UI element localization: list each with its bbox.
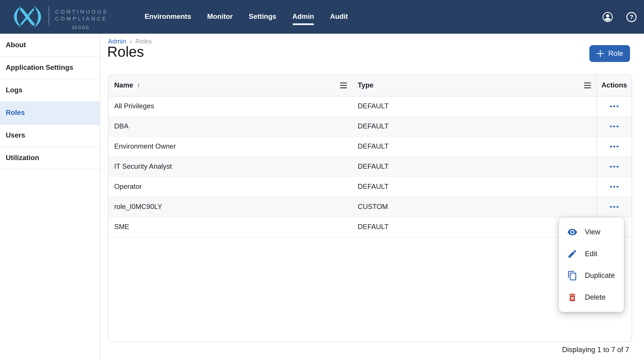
pencil-icon — [567, 249, 578, 259]
row-actions-button[interactable] — [607, 103, 621, 110]
column-header-actions: Actions — [596, 75, 632, 96]
column-header-type-label: Type — [358, 81, 374, 89]
menu-item-delete[interactable]: Delete — [559, 287, 624, 308]
add-role-button[interactable]: Role — [590, 45, 630, 62]
table-row[interactable]: IT Security Analyst DEFAULT — [108, 157, 632, 177]
top-nav-bar: CONTINUOUS COMPLIANCE 24.0.0.0 Environme… — [0, 0, 644, 34]
sidebar-item-utilization[interactable]: Utilization — [0, 147, 100, 169]
role-name-cell: All Privileges — [108, 96, 352, 116]
product-version: 24.0.0.0 — [57, 25, 104, 30]
nav-item-admin[interactable]: Admin — [292, 13, 314, 21]
primary-nav: Environments Monitor Settings Admin Audi… — [144, 0, 348, 34]
menu-item-duplicate-label: Duplicate — [585, 271, 615, 280]
sidebar-item-logs[interactable]: Logs — [0, 79, 100, 102]
role-name-cell: IT Security Analyst — [108, 157, 352, 177]
copy-icon — [567, 271, 578, 281]
role-type-cell: DEFAULT — [352, 96, 596, 116]
role-type-cell: DEFAULT — [352, 177, 596, 197]
column-header-name[interactable]: Name ↑ — [108, 75, 352, 96]
row-actions-button[interactable] — [607, 143, 621, 150]
menu-item-view-label: View — [585, 228, 600, 236]
sidebar-item-roles[interactable]: Roles — [0, 102, 100, 124]
nav-item-audit[interactable]: Audit — [330, 13, 348, 21]
nav-item-settings[interactable]: Settings — [249, 13, 276, 21]
role-name-cell: Operator — [108, 177, 352, 197]
nav-item-monitor[interactable]: Monitor — [207, 13, 233, 21]
row-actions-button[interactable] — [607, 183, 621, 190]
menu-item-delete-label: Delete — [585, 293, 606, 302]
role-type-cell: DEFAULT — [352, 137, 596, 156]
menu-item-edit-label: Edit — [585, 250, 597, 258]
column-header-name-label: Name — [114, 81, 133, 89]
column-header-type[interactable]: Type — [352, 75, 596, 96]
svg-text:?: ? — [629, 13, 633, 20]
row-actions-button[interactable] — [607, 123, 621, 130]
table-row[interactable]: Operator DEFAULT — [108, 177, 632, 197]
admin-sidebar: About Application Settings Logs Roles Us… — [0, 34, 100, 360]
roles-table: Name ↑ Type Actions All Privileges DEFAU… — [108, 74, 632, 342]
add-role-button-label: Role — [608, 49, 623, 58]
help-button[interactable]: ? — [626, 11, 637, 22]
nav-right-icons: ? — [602, 0, 637, 34]
nav-item-environments[interactable]: Environments — [144, 13, 191, 21]
table-row[interactable]: Environment Owner DEFAULT — [108, 137, 632, 157]
product-name-line2: COMPLIANCE — [55, 15, 108, 22]
sidebar-item-about[interactable]: About — [0, 34, 100, 57]
column-header-actions-label: Actions — [602, 81, 627, 89]
trash-delete-icon — [567, 292, 578, 303]
menu-item-duplicate[interactable]: Duplicate — [559, 265, 624, 287]
product-name-line1: CONTINUOUS — [55, 9, 108, 15]
app-window: CONTINUOUS COMPLIANCE 24.0.0.0 Environme… — [0, 0, 644, 360]
role-name-cell: role_I0MC90LY — [108, 197, 352, 217]
sort-ascending-icon: ↑ — [137, 82, 140, 89]
avatar-icon — [602, 11, 613, 22]
brand-divider — [48, 6, 49, 25]
role-type-cell: CUSTOM — [352, 197, 596, 217]
page-title: Roles — [107, 43, 144, 60]
menu-item-view[interactable]: View — [559, 221, 624, 243]
row-actions-button[interactable] — [607, 163, 621, 170]
user-avatar-button[interactable] — [602, 11, 613, 22]
table-header-row: Name ↑ Type Actions — [108, 75, 632, 96]
eye-icon — [567, 227, 578, 237]
role-type-cell: DEFAULT — [352, 157, 596, 177]
pagination-status: Displaying 1 to 7 of 7 — [562, 346, 629, 354]
product-name: CONTINUOUS COMPLIANCE — [55, 9, 108, 22]
table-row[interactable]: DBA DEFAULT — [108, 117, 632, 137]
table-row[interactable]: SME DEFAULT — [108, 217, 632, 237]
plus-icon — [596, 50, 604, 57]
row-actions-menu: View Edit Duplicate Delete — [559, 218, 624, 312]
delphix-logo-icon — [12, 5, 42, 29]
role-name-cell: DBA — [108, 117, 352, 136]
table-row[interactable]: role_I0MC90LY CUSTOM — [108, 197, 632, 217]
menu-item-edit[interactable]: Edit — [559, 243, 624, 265]
help-icon: ? — [626, 11, 637, 22]
row-actions-button[interactable] — [607, 204, 621, 210]
name-column-menu-icon[interactable] — [340, 83, 347, 88]
type-column-menu-icon[interactable] — [584, 83, 591, 88]
role-name-cell: Environment Owner — [108, 137, 352, 156]
role-name-cell: SME — [108, 217, 352, 237]
table-row[interactable]: All Privileges DEFAULT — [108, 96, 632, 117]
sidebar-item-users[interactable]: Users — [0, 124, 100, 147]
role-type-cell: DEFAULT — [352, 117, 596, 136]
sidebar-item-application-settings[interactable]: Application Settings — [0, 57, 100, 79]
